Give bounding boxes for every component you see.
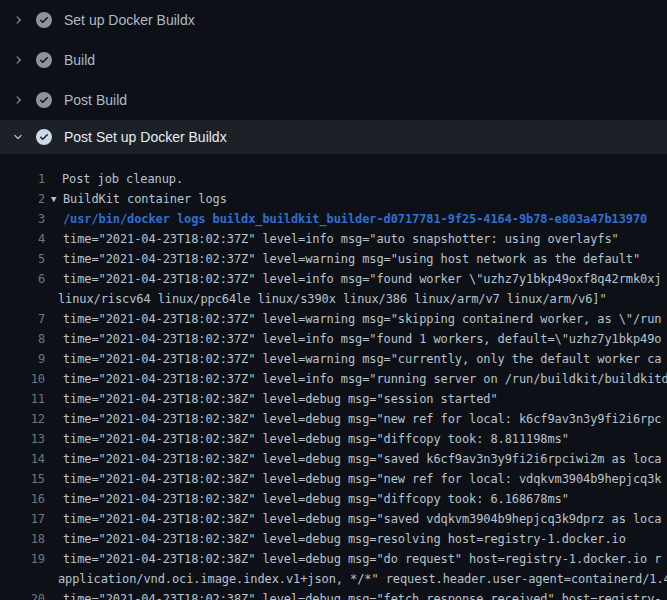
log-line-number[interactable]: 17 [0,509,45,529]
log-row: 7time="2021-04-23T18:02:37Z" level=warni… [0,309,667,329]
log-row: 5time="2021-04-23T18:02:37Z" level=warni… [0,249,667,269]
log-line-number[interactable]: 1 [0,169,45,189]
log-line-number[interactable]: 15 [0,469,45,489]
step-label: Build [64,52,95,68]
log-line-number [0,569,45,589]
log-row: 19time="2021-04-23T18:02:38Z" level=debu… [0,549,667,569]
log-line-number[interactable]: 8 [0,329,45,349]
log-line-number[interactable]: 14 [0,449,45,469]
log-line-text: Post job cleanup. [62,169,183,189]
log-row: 2▼BuildKit container logs [0,189,667,209]
log-line-text: time="2021-04-23T18:02:38Z" level=debug … [63,529,626,549]
log-line-number[interactable]: 12 [0,409,45,429]
check-circle-icon [36,129,52,145]
log-line-text: time="2021-04-23T18:02:38Z" level=debug … [63,429,569,449]
log-line-number[interactable]: 10 [0,369,45,389]
step-header-build[interactable]: Build [0,40,667,80]
log-line-number[interactable]: 19 [0,549,45,569]
log-line-text: application/vnd.oci.image.index.v1+json,… [58,569,667,589]
step-header-post-build[interactable]: Post Build [0,80,667,120]
log-line-number[interactable]: 9 [0,349,45,369]
log-line-number[interactable]: 11 [0,389,45,409]
log-row: 1Post job cleanup. [0,169,667,189]
log-row: 16time="2021-04-23T18:02:38Z" level=debu… [0,489,667,509]
log-row-continuation: linux/riscv64 linux/ppc64le linux/s390x … [0,289,667,309]
log-line-text: time="2021-04-23T18:02:38Z" level=debug … [63,509,661,529]
log-row: 3/usr/bin/docker logs buildx_buildkit_bu… [0,209,667,229]
step-header-set-up-docker-buildx[interactable]: Set up Docker Buildx [0,0,667,40]
log-line-number[interactable]: 5 [0,249,45,269]
log-line-text: linux/riscv64 linux/ppc64le linux/s390x … [58,289,607,309]
log-row: 9time="2021-04-23T18:02:37Z" level=warni… [0,349,667,369]
step-header-post-set-up-docker-buildx[interactable]: Post Set up Docker Buildx [0,120,667,154]
log-line-text: time="2021-04-23T18:02:38Z" level=debug … [63,449,661,469]
log-line-text: time="2021-04-23T18:02:38Z" level=debug … [63,409,661,429]
log-line-text: time="2021-04-23T18:02:38Z" level=debug … [63,389,498,409]
check-circle-icon [36,52,52,68]
check-circle-icon [36,92,52,108]
log-line-number[interactable]: 20 [0,589,45,600]
log-row: 8time="2021-04-23T18:02:37Z" level=info … [0,329,667,349]
log-line-text: time="2021-04-23T18:02:38Z" level=debug … [63,549,661,569]
steps-list: Set up Docker BuildxBuildPost BuildPost … [0,0,667,154]
step-label: Post Set up Docker Buildx [64,129,227,145]
log-line-number[interactable]: 18 [0,529,45,549]
actions-log-viewer: Set up Docker BuildxBuildPost BuildPost … [0,0,667,600]
log-line-text: time="2021-04-23T18:02:37Z" level=info m… [63,229,619,249]
log-line-text: time="2021-04-23T18:02:37Z" level=warnin… [63,249,640,269]
check-circle-icon [36,12,52,28]
log-line-number[interactable]: 3 [0,209,45,229]
log-row: 6time="2021-04-23T18:02:37Z" level=info … [0,269,667,289]
log-row: 14time="2021-04-23T18:02:38Z" level=debu… [0,449,667,469]
log-line-number[interactable]: 6 [0,269,45,289]
log-row: 20time="2021-04-23T18:02:38Z" level=debu… [0,589,667,600]
chevron-right-icon [12,14,24,26]
chevron-down-icon [12,131,24,143]
log-row: 18time="2021-04-23T18:02:38Z" level=debu… [0,529,667,549]
log-row: 13time="2021-04-23T18:02:38Z" level=debu… [0,429,667,449]
log-command-text: /usr/bin/docker logs buildx_buildkit_bui… [63,209,647,229]
log-group-toggle-icon[interactable]: ▼ [51,189,63,209]
log-row: 17time="2021-04-23T18:02:38Z" level=debu… [0,509,667,529]
chevron-right-icon [12,54,24,66]
log-line-number[interactable]: 13 [0,429,45,449]
log-row: 11time="2021-04-23T18:02:38Z" level=debu… [0,389,667,409]
log-row-continuation: application/vnd.oci.image.index.v1+json,… [0,569,667,589]
step-label: Post Build [64,92,127,108]
log-line-number[interactable]: 4 [0,229,45,249]
log-line-text: time="2021-04-23T18:02:37Z" level=info m… [63,369,667,389]
chevron-right-icon [12,94,24,106]
log-line-number[interactable]: 7 [0,309,45,329]
log-row: 4time="2021-04-23T18:02:37Z" level=info … [0,229,667,249]
step-label: Set up Docker Buildx [64,12,195,28]
log-lines: 1Post job cleanup.2▼BuildKit container l… [0,154,667,600]
log-line-text: time="2021-04-23T18:02:37Z" level=warnin… [63,309,661,329]
log-line-text: BuildKit container logs [63,189,227,209]
log-line-number[interactable]: 16 [0,489,45,509]
log-line-number [0,289,45,309]
log-row: 12time="2021-04-23T18:02:38Z" level=debu… [0,409,667,429]
log-line-text: time="2021-04-23T18:02:38Z" level=debug … [63,589,661,600]
log-line-text: time="2021-04-23T18:02:37Z" level=info m… [63,269,661,289]
log-line-number[interactable]: 2 [0,189,45,209]
log-row: 15time="2021-04-23T18:02:38Z" level=debu… [0,469,667,489]
log-line-text: time="2021-04-23T18:02:37Z" level=warnin… [63,349,661,369]
log-row: 10time="2021-04-23T18:02:37Z" level=info… [0,369,667,389]
log-line-text: time="2021-04-23T18:02:37Z" level=info m… [63,329,661,349]
log-line-text: time="2021-04-23T18:02:38Z" level=debug … [63,469,661,489]
log-line-text: time="2021-04-23T18:02:38Z" level=debug … [63,489,569,509]
